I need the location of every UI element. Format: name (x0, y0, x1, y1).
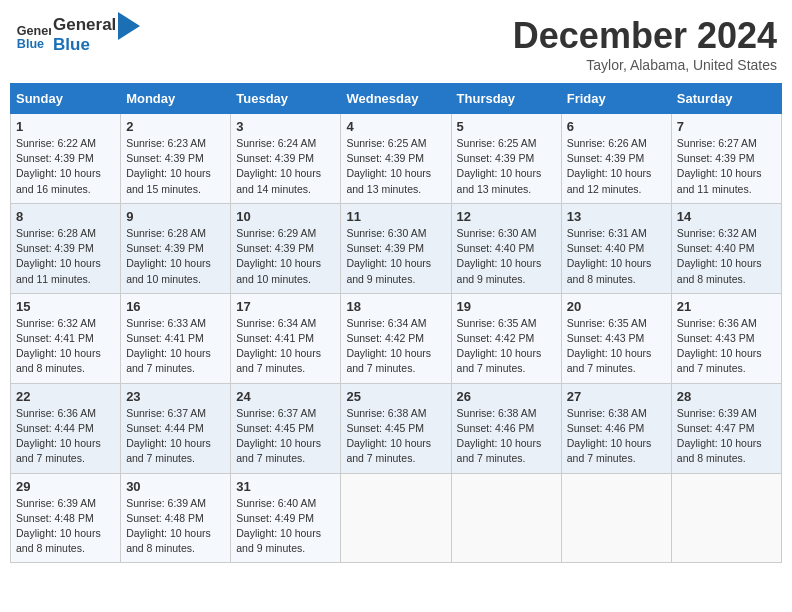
day-number: 21 (677, 299, 776, 314)
day-number: 26 (457, 389, 556, 404)
calendar-table: SundayMondayTuesdayWednesdayThursdayFrid… (10, 83, 782, 563)
day-detail: Sunrise: 6:25 AM Sunset: 4:39 PM Dayligh… (346, 136, 445, 197)
day-detail: Sunrise: 6:39 AM Sunset: 4:48 PM Dayligh… (16, 496, 115, 557)
day-detail: Sunrise: 6:33 AM Sunset: 4:41 PM Dayligh… (126, 316, 225, 377)
logo-arrow-icon (118, 12, 140, 40)
day-number: 14 (677, 209, 776, 224)
day-number: 29 (16, 479, 115, 494)
calendar-cell: 2Sunrise: 6:23 AM Sunset: 4:39 PM Daylig… (121, 114, 231, 204)
day-detail: Sunrise: 6:35 AM Sunset: 4:43 PM Dayligh… (567, 316, 666, 377)
day-number: 3 (236, 119, 335, 134)
day-number: 27 (567, 389, 666, 404)
calendar-cell: 15Sunrise: 6:32 AM Sunset: 4:41 PM Dayli… (11, 293, 121, 383)
day-header-friday: Friday (561, 84, 671, 114)
day-detail: Sunrise: 6:24 AM Sunset: 4:39 PM Dayligh… (236, 136, 335, 197)
calendar-cell: 22Sunrise: 6:36 AM Sunset: 4:44 PM Dayli… (11, 383, 121, 473)
calendar-cell (671, 473, 781, 563)
day-number: 12 (457, 209, 556, 224)
calendar-cell: 25Sunrise: 6:38 AM Sunset: 4:45 PM Dayli… (341, 383, 451, 473)
day-number: 24 (236, 389, 335, 404)
calendar-cell: 28Sunrise: 6:39 AM Sunset: 4:47 PM Dayli… (671, 383, 781, 473)
title-area: December 2024 Taylor, Alabama, United St… (513, 15, 777, 73)
calendar-cell: 13Sunrise: 6:31 AM Sunset: 4:40 PM Dayli… (561, 203, 671, 293)
calendar-cell: 18Sunrise: 6:34 AM Sunset: 4:42 PM Dayli… (341, 293, 451, 383)
calendar-cell: 26Sunrise: 6:38 AM Sunset: 4:46 PM Dayli… (451, 383, 561, 473)
day-detail: Sunrise: 6:38 AM Sunset: 4:46 PM Dayligh… (457, 406, 556, 467)
day-number: 20 (567, 299, 666, 314)
calendar-cell: 20Sunrise: 6:35 AM Sunset: 4:43 PM Dayli… (561, 293, 671, 383)
day-number: 25 (346, 389, 445, 404)
day-number: 10 (236, 209, 335, 224)
calendar-cell: 7Sunrise: 6:27 AM Sunset: 4:39 PM Daylig… (671, 114, 781, 204)
day-number: 16 (126, 299, 225, 314)
day-detail: Sunrise: 6:28 AM Sunset: 4:39 PM Dayligh… (126, 226, 225, 287)
day-number: 18 (346, 299, 445, 314)
calendar-cell: 16Sunrise: 6:33 AM Sunset: 4:41 PM Dayli… (121, 293, 231, 383)
day-number: 1 (16, 119, 115, 134)
day-detail: Sunrise: 6:34 AM Sunset: 4:42 PM Dayligh… (346, 316, 445, 377)
day-detail: Sunrise: 6:37 AM Sunset: 4:45 PM Dayligh… (236, 406, 335, 467)
day-detail: Sunrise: 6:38 AM Sunset: 4:46 PM Dayligh… (567, 406, 666, 467)
day-number: 28 (677, 389, 776, 404)
day-detail: Sunrise: 6:38 AM Sunset: 4:45 PM Dayligh… (346, 406, 445, 467)
day-detail: Sunrise: 6:39 AM Sunset: 4:47 PM Dayligh… (677, 406, 776, 467)
calendar-cell: 1Sunrise: 6:22 AM Sunset: 4:39 PM Daylig… (11, 114, 121, 204)
calendar-cell: 23Sunrise: 6:37 AM Sunset: 4:44 PM Dayli… (121, 383, 231, 473)
calendar-cell: 3Sunrise: 6:24 AM Sunset: 4:39 PM Daylig… (231, 114, 341, 204)
calendar-cell: 8Sunrise: 6:28 AM Sunset: 4:39 PM Daylig… (11, 203, 121, 293)
day-number: 2 (126, 119, 225, 134)
day-number: 6 (567, 119, 666, 134)
day-header-monday: Monday (121, 84, 231, 114)
day-detail: Sunrise: 6:37 AM Sunset: 4:44 PM Dayligh… (126, 406, 225, 467)
day-detail: Sunrise: 6:22 AM Sunset: 4:39 PM Dayligh… (16, 136, 115, 197)
calendar-cell: 9Sunrise: 6:28 AM Sunset: 4:39 PM Daylig… (121, 203, 231, 293)
day-detail: Sunrise: 6:36 AM Sunset: 4:43 PM Dayligh… (677, 316, 776, 377)
calendar-cell: 4Sunrise: 6:25 AM Sunset: 4:39 PM Daylig… (341, 114, 451, 204)
calendar-cell (451, 473, 561, 563)
week-row-4: 22Sunrise: 6:36 AM Sunset: 4:44 PM Dayli… (11, 383, 782, 473)
day-header-thursday: Thursday (451, 84, 561, 114)
calendar-cell: 6Sunrise: 6:26 AM Sunset: 4:39 PM Daylig… (561, 114, 671, 204)
calendar-cell (561, 473, 671, 563)
day-number: 30 (126, 479, 225, 494)
day-number: 9 (126, 209, 225, 224)
day-number: 7 (677, 119, 776, 134)
day-number: 4 (346, 119, 445, 134)
day-detail: Sunrise: 6:29 AM Sunset: 4:39 PM Dayligh… (236, 226, 335, 287)
day-detail: Sunrise: 6:30 AM Sunset: 4:40 PM Dayligh… (457, 226, 556, 287)
day-detail: Sunrise: 6:31 AM Sunset: 4:40 PM Dayligh… (567, 226, 666, 287)
calendar-cell: 12Sunrise: 6:30 AM Sunset: 4:40 PM Dayli… (451, 203, 561, 293)
calendar-cell: 24Sunrise: 6:37 AM Sunset: 4:45 PM Dayli… (231, 383, 341, 473)
day-header-saturday: Saturday (671, 84, 781, 114)
day-detail: Sunrise: 6:32 AM Sunset: 4:41 PM Dayligh… (16, 316, 115, 377)
calendar-cell: 31Sunrise: 6:40 AM Sunset: 4:49 PM Dayli… (231, 473, 341, 563)
day-detail: Sunrise: 6:40 AM Sunset: 4:49 PM Dayligh… (236, 496, 335, 557)
calendar-cell: 11Sunrise: 6:30 AM Sunset: 4:39 PM Dayli… (341, 203, 451, 293)
week-row-1: 1Sunrise: 6:22 AM Sunset: 4:39 PM Daylig… (11, 114, 782, 204)
day-detail: Sunrise: 6:35 AM Sunset: 4:42 PM Dayligh… (457, 316, 556, 377)
calendar-cell: 17Sunrise: 6:34 AM Sunset: 4:41 PM Dayli… (231, 293, 341, 383)
calendar-cell: 5Sunrise: 6:25 AM Sunset: 4:39 PM Daylig… (451, 114, 561, 204)
day-detail: Sunrise: 6:34 AM Sunset: 4:41 PM Dayligh… (236, 316, 335, 377)
calendar-cell (341, 473, 451, 563)
svg-text:Blue: Blue (17, 37, 44, 51)
day-detail: Sunrise: 6:25 AM Sunset: 4:39 PM Dayligh… (457, 136, 556, 197)
day-header-row: SundayMondayTuesdayWednesdayThursdayFrid… (11, 84, 782, 114)
calendar-cell: 10Sunrise: 6:29 AM Sunset: 4:39 PM Dayli… (231, 203, 341, 293)
day-detail: Sunrise: 6:36 AM Sunset: 4:44 PM Dayligh… (16, 406, 115, 467)
day-detail: Sunrise: 6:30 AM Sunset: 4:39 PM Dayligh… (346, 226, 445, 287)
day-number: 31 (236, 479, 335, 494)
calendar-cell: 14Sunrise: 6:32 AM Sunset: 4:40 PM Dayli… (671, 203, 781, 293)
day-header-sunday: Sunday (11, 84, 121, 114)
day-detail: Sunrise: 6:26 AM Sunset: 4:39 PM Dayligh… (567, 136, 666, 197)
day-detail: Sunrise: 6:23 AM Sunset: 4:39 PM Dayligh… (126, 136, 225, 197)
day-number: 11 (346, 209, 445, 224)
week-row-5: 29Sunrise: 6:39 AM Sunset: 4:48 PM Dayli… (11, 473, 782, 563)
day-detail: Sunrise: 6:27 AM Sunset: 4:39 PM Dayligh… (677, 136, 776, 197)
day-number: 8 (16, 209, 115, 224)
day-detail: Sunrise: 6:28 AM Sunset: 4:39 PM Dayligh… (16, 226, 115, 287)
calendar-cell: 21Sunrise: 6:36 AM Sunset: 4:43 PM Dayli… (671, 293, 781, 383)
day-detail: Sunrise: 6:39 AM Sunset: 4:48 PM Dayligh… (126, 496, 225, 557)
week-row-3: 15Sunrise: 6:32 AM Sunset: 4:41 PM Dayli… (11, 293, 782, 383)
logo-icon: General Blue (15, 17, 51, 53)
